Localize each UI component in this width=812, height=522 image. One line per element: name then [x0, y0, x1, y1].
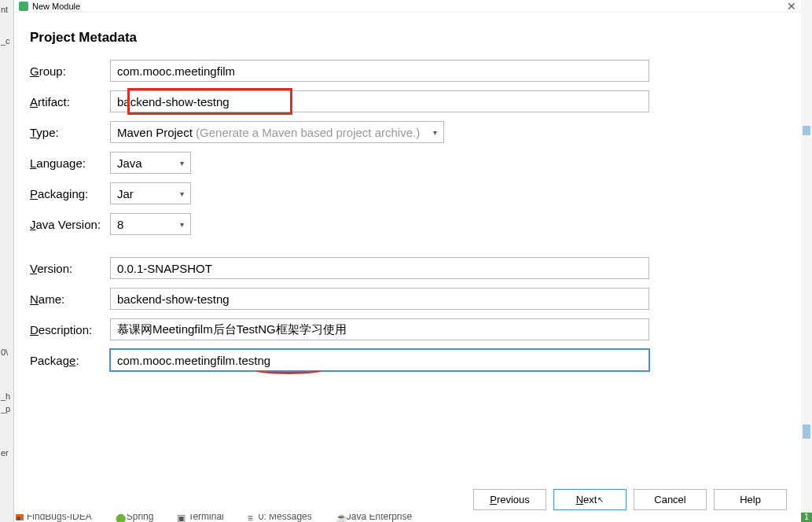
chevron-down-icon: ▾: [180, 189, 184, 198]
cancel-button[interactable]: Cancel: [634, 489, 707, 510]
java-icon: ☕: [336, 514, 344, 520]
java-version-value: 8: [117, 218, 123, 231]
java-version-select[interactable]: 8 ▾: [110, 213, 191, 235]
chevron-down-icon: ▾: [433, 128, 437, 137]
java-version-label: Java Version:: [30, 218, 110, 231]
language-value: Java: [117, 156, 142, 170]
package-input[interactable]: [110, 349, 649, 371]
bug-icon: ●: [16, 514, 24, 520]
status-java-enterprise[interactable]: ☕ Java Enterprise: [336, 514, 412, 522]
name-input[interactable]: [110, 288, 649, 310]
status-terminal[interactable]: ▣ Terminal: [177, 514, 223, 522]
description-input[interactable]: [110, 318, 649, 340]
messages-icon: ≡: [248, 514, 255, 520]
window-title: New Module: [32, 2, 80, 11]
status-messages[interactable]: ≡ 0: Messages: [248, 514, 312, 522]
version-input[interactable]: [110, 257, 649, 279]
language-select[interactable]: Java ▾: [110, 152, 191, 174]
spring-icon: ⬤: [116, 514, 123, 520]
app-icon: [19, 2, 28, 11]
ide-left-gutter: nt _c 0\ _h _p er: [0, 0, 14, 522]
artifact-label: Artifact:: [30, 95, 110, 108]
status-bar: ● FindBugs-IDEA ⬤ Spring ▣ Terminal ≡ 0:…: [14, 514, 801, 522]
description-label: Description:: [30, 323, 110, 336]
group-label: Group:: [30, 64, 110, 78]
type-hint: (Generate a Maven based project archive.…: [196, 126, 420, 139]
notification-badge[interactable]: 1: [801, 513, 812, 522]
artifact-input[interactable]: [110, 90, 649, 112]
packaging-value: Jar: [117, 187, 134, 200]
type-select[interactable]: Maven Project (Generate a Maven based pr…: [110, 121, 444, 143]
package-label: Package:: [30, 354, 110, 367]
ide-right-gutter: 1: [801, 0, 812, 522]
chevron-down-icon: ▾: [180, 159, 184, 167]
type-value: Maven Project: [117, 126, 193, 139]
type-label: Type:: [30, 126, 110, 139]
help-button[interactable]: Help: [714, 489, 787, 510]
button-bar: Previous Next↖ Cancel Help: [473, 489, 787, 510]
underline-annotation: [255, 370, 322, 374]
previous-button[interactable]: Previous: [473, 489, 546, 510]
packaging-label: Packaging:: [30, 187, 110, 200]
language-label: Language:: [30, 156, 110, 170]
group-input[interactable]: [110, 60, 649, 82]
status-findbugs[interactable]: ● FindBugs-IDEA: [16, 514, 92, 522]
close-icon[interactable]: ✕: [787, 0, 796, 13]
new-module-dialog: New Module ✕ Project Metadata Group: Art…: [14, 0, 801, 515]
next-button[interactable]: Next↖: [553, 489, 626, 510]
status-spring[interactable]: ⬤ Spring: [116, 514, 154, 522]
packaging-select[interactable]: Jar ▾: [110, 182, 191, 204]
name-label: Name:: [30, 292, 110, 306]
chevron-down-icon: ▾: [180, 220, 184, 229]
page-title: Project Metadata: [30, 30, 785, 46]
version-label: Version:: [30, 262, 110, 275]
terminal-icon: ▣: [177, 514, 185, 520]
titlebar: New Module ✕: [14, 0, 801, 13]
